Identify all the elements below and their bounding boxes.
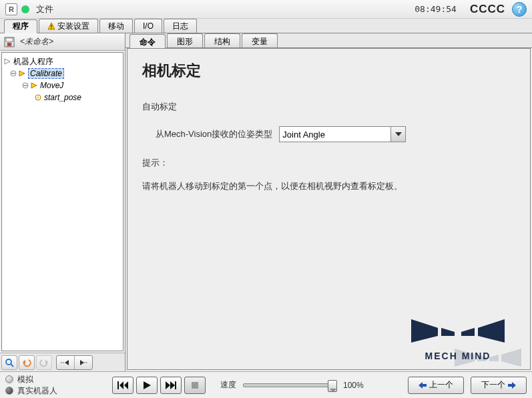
clock: 08:49:54 — [415, 4, 457, 14]
subtab-graphics[interactable]: 图形 — [167, 33, 203, 47]
program-tree: 机器人程序 Calibrate MoveJ start_pose — [1, 52, 123, 351]
svg-marker-29 — [477, 355, 487, 361]
status-indicator-icon — [21, 5, 29, 13]
svg-marker-21 — [80, 360, 84, 365]
svg-marker-28 — [455, 349, 475, 367]
svg-marker-9 — [19, 71, 25, 76]
play-button[interactable] — [136, 377, 158, 394]
arrow-right-icon — [508, 382, 516, 389]
pose-type-label: 从Mech-Vision接收的位姿类型 — [156, 128, 272, 140]
radio-icon — [5, 375, 13, 383]
arrow-left-icon — [419, 382, 427, 389]
svg-rect-1 — [51, 25, 51, 27]
hint-text: 请将机器人移动到标定的第一个点，以便在相机视野内查看标定板。 — [142, 180, 515, 194]
warning-icon — [47, 22, 55, 30]
svg-rect-39 — [192, 382, 198, 389]
collapse-icon[interactable] — [22, 82, 29, 89]
prev-button[interactable]: 上一个 — [408, 377, 464, 394]
pose-type-dropdown[interactable]: Joint Angle — [279, 126, 406, 142]
svg-rect-38 — [175, 381, 176, 389]
search-button[interactable] — [1, 355, 17, 370]
chevron-down-icon — [390, 127, 405, 142]
next-button[interactable]: 下一个 — [471, 377, 527, 394]
subtab-structure[interactable]: 结构 — [204, 33, 240, 47]
svg-marker-33 — [119, 381, 123, 389]
hint-label: 提示： — [142, 157, 515, 169]
svg-marker-24 — [411, 319, 438, 343]
speed-value: 100% — [343, 381, 364, 390]
sim-mode-row[interactable]: 模拟 — [5, 374, 112, 385]
help-icon[interactable]: ? — [512, 2, 527, 17]
svg-marker-41 — [508, 382, 516, 389]
node-icon — [30, 81, 38, 89]
save-icon[interactable] — [4, 37, 15, 47]
tree-node-movej-label: MoveJ — [40, 81, 63, 90]
svg-marker-34 — [124, 381, 128, 389]
svg-marker-26 — [461, 328, 475, 336]
svg-rect-2 — [51, 28, 51, 29]
tab-log[interactable]: 日志 — [164, 19, 197, 33]
svg-marker-6 — [5, 59, 10, 64]
status-code: CCCC — [470, 3, 505, 16]
tree-root-label: 机器人程序 — [13, 56, 53, 67]
ur-logo: R — [5, 3, 17, 15]
svg-point-14 — [37, 96, 39, 99]
svg-point-15 — [6, 359, 11, 365]
stop-button[interactable] — [184, 377, 206, 394]
tab-installation[interactable]: 安装设置 — [39, 19, 98, 33]
collapse-icon[interactable] — [10, 70, 17, 77]
speed-slider[interactable] — [243, 383, 336, 387]
speed-label: 速度 — [220, 379, 236, 391]
svg-marker-40 — [419, 382, 427, 389]
main-tab-bar: 程序 安装设置 移动 I/O 日志 — [0, 19, 532, 33]
auto-calib-label: 自动标定 — [142, 101, 515, 113]
tree-node-startpose[interactable]: start_pose — [3, 91, 121, 104]
radio-icon — [5, 387, 13, 395]
sub-tab-bar: 命令 图形 结构 变量 — [125, 33, 532, 48]
svg-marker-25 — [441, 328, 455, 336]
tree-root[interactable]: 机器人程序 — [3, 55, 121, 67]
pose-type-value: Joint Angle — [282, 130, 325, 140]
svg-rect-4 — [6, 38, 13, 41]
next-label: 下一个 — [481, 379, 505, 391]
sim-label: 模拟 — [17, 374, 33, 385]
tab-installation-label: 安装设置 — [57, 21, 89, 32]
tree-node-startpose-label: start_pose — [44, 93, 81, 102]
real-label: 真实机器人 — [17, 385, 57, 397]
svg-line-16 — [11, 364, 13, 367]
filename: <未命名> — [20, 36, 53, 47]
watermark-icon — [448, 347, 528, 371]
svg-marker-37 — [170, 381, 175, 389]
tab-move[interactable]: 移动 — [99, 19, 133, 33]
tree-node-calibrate-label: Calibrate — [28, 68, 64, 79]
svg-marker-36 — [166, 381, 170, 389]
file-menu[interactable]: 文件 — [36, 3, 53, 15]
svg-marker-19 — [65, 360, 69, 365]
slider-thumb[interactable] — [328, 380, 337, 392]
tab-io[interactable]: I/O — [134, 19, 162, 33]
tab-program[interactable]: 程序 — [4, 19, 37, 33]
tree-node-calibrate[interactable]: Calibrate — [3, 67, 121, 79]
undo-button[interactable] — [19, 355, 35, 370]
forward-button[interactable] — [160, 377, 182, 394]
subtab-variables[interactable]: 变量 — [242, 33, 278, 47]
svg-marker-30 — [489, 355, 499, 361]
svg-marker-31 — [501, 349, 521, 367]
panel-title: 相机标定 — [142, 61, 515, 81]
rewind-button[interactable] — [112, 377, 134, 394]
node-icon — [18, 69, 26, 77]
svg-marker-23 — [395, 132, 402, 136]
step-forward-button[interactable] — [75, 356, 92, 369]
svg-marker-12 — [31, 83, 37, 88]
step-back-button[interactable] — [57, 356, 74, 369]
real-mode-row[interactable]: 真实机器人 — [5, 385, 112, 397]
svg-rect-5 — [7, 43, 11, 46]
svg-marker-27 — [478, 319, 505, 343]
triangle-icon — [3, 57, 11, 65]
svg-rect-32 — [117, 381, 119, 389]
waypoint-icon — [34, 93, 42, 102]
tree-node-movej[interactable]: MoveJ — [3, 79, 121, 91]
prev-label: 上一个 — [429, 379, 453, 391]
subtab-command[interactable]: 命令 — [129, 34, 166, 48]
redo-button[interactable] — [36, 355, 52, 370]
